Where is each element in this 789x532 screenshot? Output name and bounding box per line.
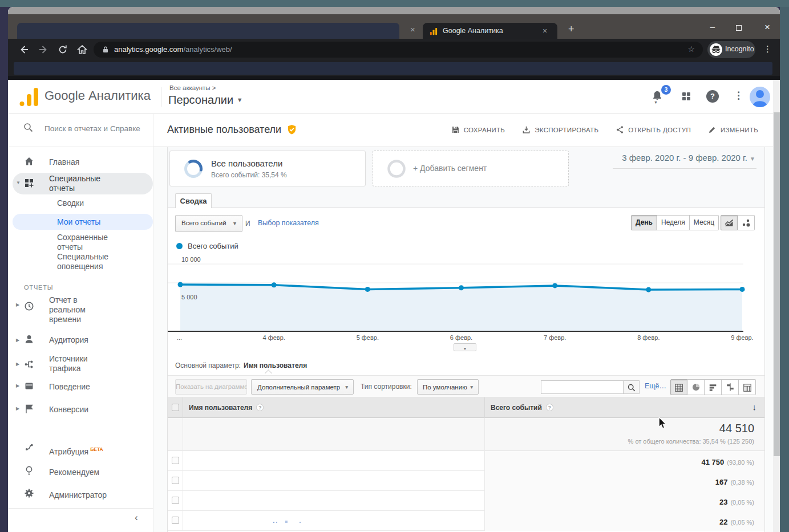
line-chart-toggle[interactable] <box>721 215 738 230</box>
svg-text:5 000: 5 000 <box>181 294 197 300</box>
tab-close-icon[interactable]: × <box>410 25 415 34</box>
export-button[interactable]: ЭКСПОРТИРОВАТЬ <box>522 125 598 134</box>
table-view-group <box>670 379 756 395</box>
tab-close-icon[interactable]: × <box>543 26 547 35</box>
url-field[interactable]: analytics.google.com/analytics/web/ ☆ <box>94 42 703 58</box>
svg-text:5 февр.: 5 февр. <box>357 334 379 341</box>
sort-arrow-icon[interactable]: ↓ <box>752 402 757 412</box>
table-search-input[interactable] <box>541 380 624 394</box>
collapse-sidebar-icon[interactable]: ‹ <box>135 512 138 523</box>
row-checkbox[interactable] <box>172 457 179 464</box>
action-label: ИЗМЕНИТЬ <box>721 127 758 133</box>
more-menu-icon[interactable]: ⋮ <box>734 90 743 101</box>
avatar[interactable] <box>750 87 770 107</box>
row-checkbox[interactable] <box>172 517 179 524</box>
row-checkbox[interactable] <box>172 497 179 504</box>
row-checkbox[interactable] <box>172 477 179 484</box>
table-row[interactable]: 41 750(93,80 %) <box>168 451 764 471</box>
bookmark-star-icon[interactable]: ☆ <box>687 44 695 54</box>
url-path: /analytics/web/ <box>183 45 232 54</box>
sidebar-item-custom-alerts[interactable]: Специальные оповещения <box>57 252 124 271</box>
select-cell <box>168 418 183 451</box>
column-header-dimension[interactable]: Имя пользователя? <box>189 404 264 412</box>
report-panel: Все пользователи Всего событий: 35,54 % … <box>167 147 765 532</box>
pencil-icon <box>708 125 717 134</box>
view-pivot-button[interactable] <box>739 379 756 395</box>
new-tab-button[interactable]: + <box>568 23 574 35</box>
motion-chart-toggle[interactable] <box>738 215 755 230</box>
table-row[interactable]: 167(0,38 %) <box>168 471 764 491</box>
add-segment-card[interactable]: + Добавить сегмент <box>373 151 569 186</box>
forward-icon[interactable] <box>38 44 49 55</box>
metric-column-header[interactable]: Всего событий? ↓ <box>484 397 764 418</box>
sidebar-divider <box>8 147 153 147</box>
breadcrumb[interactable]: Все аккаунты > <box>169 84 216 91</box>
caret-down-icon: ▼ <box>463 347 467 351</box>
tab-active[interactable]: Google Аналитика × <box>423 23 557 39</box>
caret-right-icon[interactable]: ▶ <box>16 302 19 307</box>
back-icon[interactable] <box>18 44 30 55</box>
table-row[interactable]: 22(0,05 %) <box>168 511 764 531</box>
tab-summary[interactable]: Сводка <box>175 193 212 208</box>
custom-reports-icon <box>24 178 34 188</box>
reload-icon[interactable] <box>57 44 68 55</box>
help-circle-icon[interactable]: ? <box>256 404 264 411</box>
sidebar-item-my-reports[interactable]: Мои отчеты <box>57 217 124 227</box>
share-button[interactable]: ОТКРЫТЬ ДОСТУП <box>616 125 691 134</box>
granularity-day-button[interactable]: День <box>631 215 657 230</box>
collapse-chart-button[interactable]: ▼ <box>454 343 476 351</box>
select-all-checkbox[interactable] <box>172 404 179 411</box>
secondary-dimension-dropdown[interactable]: Дополнительный параметр ▼ <box>251 379 354 395</box>
window-minimize-button[interactable]: – <box>705 22 720 31</box>
help-icon[interactable]: ? <box>706 90 719 103</box>
apps-grid-icon[interactable] <box>681 91 691 101</box>
app-title: Google Аналитика <box>44 88 151 103</box>
segment-card-all-users[interactable]: Все пользователи Всего событий: 35,54 % <box>169 151 366 186</box>
scrollbar-thumb[interactable] <box>774 112 780 456</box>
download-icon <box>522 125 531 134</box>
caret-right-icon[interactable]: ▶ <box>16 338 19 343</box>
search-input[interactable]: Поиск в отчетах и Справке <box>44 124 141 133</box>
account-selector[interactable]: Персоналии ▼ <box>168 94 243 107</box>
table-toolbar: Показать на диаграмме Дополнительный пар… <box>168 375 764 397</box>
metric-dropdown[interactable]: Всего событий ▼ <box>175 215 242 232</box>
home-icon <box>24 156 34 166</box>
sidebar-section-label: ОТЧЕТЫ <box>24 284 53 291</box>
sort-type-label: Тип сортировки: <box>361 383 412 391</box>
caret-down-icon[interactable]: ▼ <box>16 180 21 185</box>
sort-type-dropdown[interactable]: По умолчанию ▼ <box>417 379 479 395</box>
report-title: Активные пользователи <box>167 124 281 136</box>
view-performance-button[interactable] <box>705 379 722 395</box>
browser-menu-icon[interactable]: ⋮ <box>763 44 772 54</box>
date-underline <box>613 168 756 169</box>
table-search-button[interactable] <box>623 380 640 394</box>
table-row[interactable]: 23(0,05 %) <box>168 491 764 511</box>
select-metric-link[interactable]: Выбор показателя <box>258 219 319 227</box>
save-button[interactable]: СОХРАНИТЬ <box>451 125 505 134</box>
primary-dimension-value[interactable]: Имя пользователя <box>244 362 307 369</box>
view-table-button[interactable] <box>670 379 687 395</box>
line-chart[interactable]: 10 0005 000...4 февр.5 февр.6 февр.7 фев… <box>168 251 766 352</box>
sidebar-item-summaries[interactable]: Сводки <box>57 198 124 208</box>
tab-redacted[interactable] <box>17 23 399 39</box>
date-range-selector[interactable]: 3 февр. 2020 г. - 9 февр. 2020 г. ▼ <box>622 153 755 163</box>
caret-right-icon[interactable]: ▶ <box>16 406 19 411</box>
window-maximize-button[interactable] <box>736 25 742 31</box>
view-percentage-button[interactable] <box>687 379 705 395</box>
edit-button[interactable]: ИЗМЕНИТЬ <box>708 125 758 134</box>
caret-right-icon[interactable]: ▶ <box>16 383 19 388</box>
window-close-button[interactable]: × <box>760 22 775 33</box>
segment-donut-icon <box>184 159 203 178</box>
sidebar-item-saved-reports[interactable]: Сохраненные отчеты <box>57 233 124 252</box>
view-comparison-button[interactable] <box>722 379 739 395</box>
help-circle-icon[interactable]: ? <box>546 404 553 411</box>
more-link[interactable]: Ещё… <box>645 382 666 390</box>
granularity-month-button[interactable]: Месяц <box>690 215 719 230</box>
scrollbar-track[interactable] <box>773 80 780 532</box>
granularity-week-button[interactable]: Неделя <box>657 215 690 230</box>
caret-right-icon[interactable]: ▶ <box>16 362 19 367</box>
action-label: ЭКСПОРТИРОВАТЬ <box>535 127 598 133</box>
home-icon[interactable] <box>76 44 88 55</box>
metric-cell: 41 750(93,80 %) <box>484 451 764 471</box>
show-on-chart-button[interactable]: Показать на диаграмме <box>175 379 247 395</box>
